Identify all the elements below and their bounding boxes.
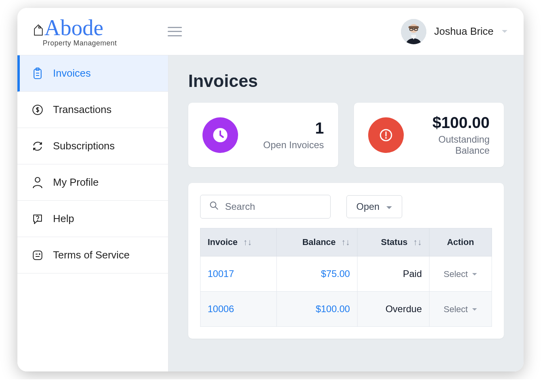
sidebar-item-invoices[interactable]: Invoices xyxy=(17,55,168,92)
table-row: 10006 $100.00 Overdue Select xyxy=(201,292,492,327)
sidebar-item-terms[interactable]: Terms of Service xyxy=(17,237,168,273)
svg-rect-14 xyxy=(33,251,42,260)
invoice-link[interactable]: 10006 xyxy=(208,303,234,314)
sort-icon: ↑↓ xyxy=(243,237,252,247)
dollar-circle-icon xyxy=(32,104,44,115)
app-window: Abode Property Management xyxy=(17,8,524,371)
summary-cards: 1 Open Invoices $100.00 Outstan xyxy=(188,103,504,167)
sidebar-item-label: Subscriptions xyxy=(53,140,115,152)
sidebar-item-label: Help xyxy=(53,213,74,225)
brand-tagline: Property Management xyxy=(43,40,152,47)
page-title: Invoices xyxy=(188,71,504,91)
menu-toggle-button[interactable] xyxy=(168,27,182,36)
caret-down-icon xyxy=(472,273,477,276)
caret-down-icon xyxy=(501,28,508,35)
card-label: Outstanding Balance xyxy=(415,134,490,156)
svg-point-21 xyxy=(385,137,387,139)
svg-point-22 xyxy=(210,202,216,207)
card-label: Open Invoices xyxy=(249,139,324,151)
sidebar-item-label: Transactions xyxy=(53,104,112,116)
search-box[interactable] xyxy=(200,195,331,219)
row-action-select[interactable]: Select xyxy=(444,304,477,315)
header-bar: Abode Property Management xyxy=(17,8,524,55)
house-icon xyxy=(33,23,44,37)
sidebar-item-transactions[interactable]: Transactions xyxy=(17,92,168,128)
sidebar-item-help[interactable]: Help xyxy=(17,201,168,237)
sidebar-item-subscriptions[interactable]: Subscriptions xyxy=(17,128,168,164)
sidebar-item-label: My Profile xyxy=(53,176,99,188)
filter-label: Open xyxy=(356,201,380,212)
status-filter-dropdown[interactable]: Open xyxy=(346,195,402,218)
sidebar: Invoices Transactions xyxy=(17,55,168,371)
table-row: 10017 $75.00 Paid Select xyxy=(201,256,492,292)
svg-point-13 xyxy=(38,220,38,220)
user-menu[interactable]: Joshua Brice xyxy=(401,19,508,44)
card-open-invoices: 1 Open Invoices xyxy=(188,103,338,167)
refresh-icon xyxy=(32,141,44,152)
clipboard-icon xyxy=(32,68,44,79)
alert-icon xyxy=(368,117,404,153)
user-icon xyxy=(32,177,44,188)
card-value: 1 xyxy=(249,119,324,137)
sidebar-item-my-profile[interactable]: My Profile xyxy=(17,164,168,201)
balance-cell: $100.00 xyxy=(276,292,357,327)
avatar xyxy=(401,19,426,44)
svg-rect-3 xyxy=(409,26,419,28)
invoice-table-panel: Open Invoice ↑↓ xyxy=(188,183,504,339)
svg-point-12 xyxy=(35,177,40,182)
user-name: Joshua Brice xyxy=(434,25,494,38)
caret-down-icon xyxy=(386,201,392,212)
sort-icon: ↑↓ xyxy=(413,237,422,247)
document-icon xyxy=(32,250,44,261)
svg-point-17 xyxy=(39,254,40,254)
caret-down-icon xyxy=(472,308,477,311)
search-icon xyxy=(209,201,219,213)
brand-logo: Abode Property Management xyxy=(33,17,152,47)
card-value: $100.00 xyxy=(415,114,490,132)
invoice-table: Invoice ↑↓ Balance ↑↓ Status ↑↓ xyxy=(200,228,492,327)
status-cell: Overdue xyxy=(357,292,429,327)
col-status[interactable]: Status ↑↓ xyxy=(357,228,429,256)
search-input[interactable] xyxy=(225,201,322,212)
col-invoice[interactable]: Invoice ↑↓ xyxy=(201,228,277,256)
brand-name: Abode xyxy=(44,17,103,39)
col-balance[interactable]: Balance ↑↓ xyxy=(276,228,357,256)
clock-icon xyxy=(202,117,238,153)
sidebar-item-label: Terms of Service xyxy=(53,249,130,261)
svg-line-23 xyxy=(215,207,218,209)
sort-icon: ↑↓ xyxy=(341,237,350,247)
balance-cell: $75.00 xyxy=(276,256,357,292)
invoice-link[interactable]: 10017 xyxy=(208,268,234,279)
card-outstanding-balance: $100.00 Outstanding Balance xyxy=(354,103,504,167)
svg-rect-0 xyxy=(39,26,40,28)
help-icon xyxy=(32,213,44,224)
col-action: Action xyxy=(429,228,492,256)
sidebar-item-label: Invoices xyxy=(53,67,91,79)
main-content: Invoices 1 Open Invoices xyxy=(168,55,524,371)
row-action-select[interactable]: Select xyxy=(444,269,477,279)
status-cell: Paid xyxy=(357,256,429,292)
